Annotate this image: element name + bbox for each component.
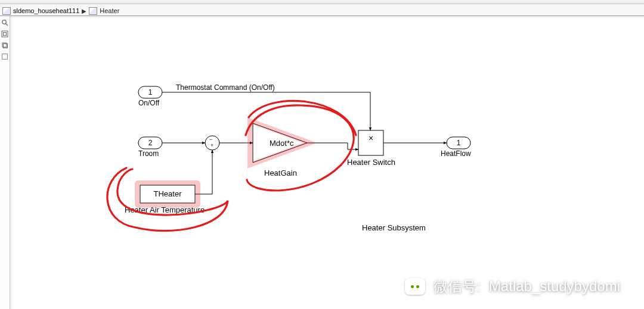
- product-symbol: ×: [369, 133, 373, 143]
- svg-rect-2: [2, 31, 8, 37]
- signal-lines: Thermostat Command (On/Off): [162, 83, 447, 194]
- constant-block[interactable]: THeater Heater Air Temperature: [125, 185, 205, 214]
- signal-thermostat-label: Thermostat Command (On/Off): [176, 83, 275, 92]
- outport-label: HeatFlow: [441, 149, 471, 158]
- svg-text:+: +: [210, 142, 213, 148]
- chevron-right-icon: ▶: [82, 8, 86, 14]
- annotation-text: Heater Subsystem: [362, 223, 426, 232]
- inport-troom-label: Troom: [138, 149, 159, 158]
- constant-text: THeater: [154, 189, 182, 198]
- gain-block[interactable]: Mdot*c HeatGain: [253, 123, 307, 177]
- inport-onoff-num: 1: [148, 88, 153, 96]
- search-icon[interactable]: [1, 18, 9, 26]
- subsystem-icon: [89, 7, 97, 15]
- inport-onoff-label: On/Off: [138, 99, 160, 107]
- gain-label: HeatGain: [264, 168, 297, 177]
- inport-troom-num: 2: [148, 139, 153, 147]
- blank-icon[interactable]: [1, 52, 9, 60]
- outport-num: 1: [457, 139, 461, 147]
- product-label: Heater Switch: [347, 158, 395, 167]
- breadcrumb-root[interactable]: sldemo_househeat111: [13, 7, 79, 14]
- model-canvas[interactable]: 1 On/Off 2 Troom − + Mdot*c HeatGain × H…: [10, 16, 644, 309]
- inport-onoff-block[interactable]: 1 On/Off: [138, 86, 162, 107]
- svg-rect-3: [4, 32, 7, 35]
- svg-text:−: −: [209, 136, 212, 142]
- product-block[interactable]: × Heater Switch: [347, 130, 395, 167]
- model-icon: [2, 7, 11, 15]
- side-toolbar: [0, 16, 10, 309]
- gain-text: Mdot*c: [270, 139, 294, 148]
- constant-label: Heater Air Temperature: [125, 205, 205, 214]
- inport-troom-block[interactable]: 2 Troom: [138, 137, 162, 158]
- svg-point-0: [2, 20, 7, 24]
- svg-line-1: [6, 23, 8, 26]
- sum-block[interactable]: − +: [205, 136, 219, 150]
- svg-rect-6: [2, 54, 8, 59]
- fit-icon[interactable]: [1, 30, 9, 38]
- breadcrumb-current: Heater: [100, 7, 119, 14]
- layers-icon[interactable]: [1, 41, 9, 49]
- breadcrumb-bar: sldemo_househeat111 ▶ Heater: [0, 4, 644, 16]
- outport-block[interactable]: 1 HeatFlow: [441, 137, 471, 158]
- window-chrome-top: [0, 0, 644, 4]
